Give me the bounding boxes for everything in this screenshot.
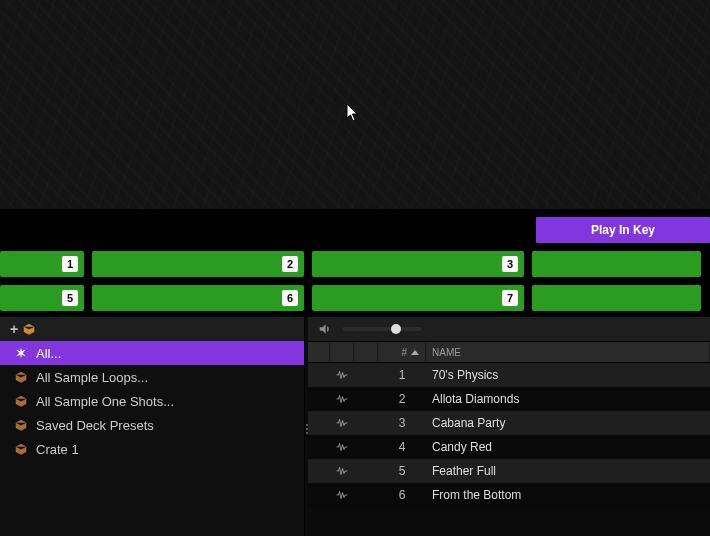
speaker-icon xyxy=(318,322,332,336)
col-blank-2[interactable] xyxy=(354,342,378,362)
pad-row: 567 xyxy=(0,285,710,311)
waveform-icon xyxy=(336,488,348,502)
sample-pad[interactable] xyxy=(532,285,701,311)
sample-pad[interactable]: 7 xyxy=(312,285,524,311)
col-name-label: NAME xyxy=(432,347,461,358)
preview-volume-row xyxy=(308,317,710,341)
cell-index: 2 xyxy=(378,387,426,411)
sample-pad[interactable]: 2 xyxy=(92,251,304,277)
pad-number-badge: 2 xyxy=(282,256,298,272)
cell-blank xyxy=(308,411,330,435)
crate-icon xyxy=(22,322,36,336)
sidebar-toolbar: + xyxy=(0,317,304,341)
pad-grid: 123 567 xyxy=(0,243,710,317)
cell-index: 1 xyxy=(378,363,426,387)
cell-index: 5 xyxy=(378,459,426,483)
col-blank-0[interactable] xyxy=(308,342,330,362)
table-row[interactable]: 3Cabana Party xyxy=(308,411,710,435)
cell-blank xyxy=(308,387,330,411)
cell-wave xyxy=(330,459,354,483)
sample-pad[interactable]: 1 xyxy=(0,251,84,277)
cell-wave xyxy=(330,483,354,507)
tracks-table-body: 170's Physics2Allota Diamonds3Cabana Par… xyxy=(308,363,710,536)
separator xyxy=(0,209,710,217)
waveform-icon xyxy=(336,464,348,478)
table-row[interactable]: 170's Physics xyxy=(308,363,710,387)
cell-blank2 xyxy=(354,435,378,459)
cell-blank xyxy=(308,363,330,387)
crates-list: All...All Sample Loops...All Sample One … xyxy=(0,341,304,536)
sidebar-item[interactable]: All... xyxy=(0,341,304,365)
cell-index: 6 xyxy=(378,483,426,507)
table-row[interactable]: 2Allota Diamonds xyxy=(308,387,710,411)
library-panel: + All...All Sample Loops...All Sample On… xyxy=(0,317,710,536)
crate-icon xyxy=(14,394,28,408)
cell-blank2 xyxy=(354,363,378,387)
cell-name: Cabana Party xyxy=(426,411,710,435)
mouse-cursor xyxy=(346,103,360,123)
pad-row: 123 xyxy=(0,251,710,277)
cell-blank xyxy=(308,435,330,459)
sample-pad[interactable] xyxy=(532,251,701,277)
cell-name: From the Bottom xyxy=(426,483,710,507)
plus-icon: + xyxy=(10,321,18,337)
cell-blank2 xyxy=(354,459,378,483)
crate-icon xyxy=(14,370,28,384)
cell-blank2 xyxy=(354,411,378,435)
asterisk-icon xyxy=(14,346,28,360)
pad-number-badge: 7 xyxy=(502,290,518,306)
pad-number-badge: 6 xyxy=(282,290,298,306)
sample-pad[interactable]: 3 xyxy=(312,251,524,277)
play-in-key-row: Play In Key xyxy=(0,217,710,243)
cell-blank2 xyxy=(354,483,378,507)
preview-volume-slider[interactable] xyxy=(342,327,422,331)
waveform-icon xyxy=(336,368,348,382)
tracks-table-header: # NAME xyxy=(308,341,710,363)
cell-blank xyxy=(308,459,330,483)
cell-wave xyxy=(330,435,354,459)
table-row[interactable]: 5Feather Full xyxy=(308,459,710,483)
svg-marker-0 xyxy=(320,324,326,333)
col-blank-1[interactable] xyxy=(330,342,354,362)
sort-asc-icon xyxy=(411,350,419,355)
cell-wave xyxy=(330,411,354,435)
crate-icon xyxy=(14,418,28,432)
add-crate-button[interactable]: + xyxy=(10,321,36,337)
sidebar-item[interactable]: Crate 1 xyxy=(0,437,304,461)
waveform-icon xyxy=(336,440,348,454)
sidebar-item[interactable]: All Sample One Shots... xyxy=(0,389,304,413)
cell-name: 70's Physics xyxy=(426,363,710,387)
cell-blank2 xyxy=(354,387,378,411)
sample-pad[interactable]: 5 xyxy=(0,285,84,311)
pad-number-badge: 3 xyxy=(502,256,518,272)
pad-number-badge: 1 xyxy=(62,256,78,272)
sample-pad[interactable]: 6 xyxy=(92,285,304,311)
cell-name: Feather Full xyxy=(426,459,710,483)
cell-wave xyxy=(330,363,354,387)
pad-number-badge: 5 xyxy=(62,290,78,306)
tracks-panel: # NAME 170's Physics2Allota Diamonds3Cab… xyxy=(308,317,710,536)
cell-name: Candy Red xyxy=(426,435,710,459)
cell-blank xyxy=(308,483,330,507)
table-row[interactable]: 4Candy Red xyxy=(308,435,710,459)
waveform-icon xyxy=(336,392,348,406)
col-index-label: # xyxy=(401,347,407,358)
crate-icon xyxy=(14,442,28,456)
crates-sidebar: + All...All Sample Loops...All Sample On… xyxy=(0,317,305,536)
sidebar-item[interactable]: All Sample Loops... xyxy=(0,365,304,389)
cell-wave xyxy=(330,387,354,411)
deck-display-area xyxy=(0,0,710,209)
play-in-key-button[interactable]: Play In Key xyxy=(536,217,710,243)
cell-name: Allota Diamonds xyxy=(426,387,710,411)
sidebar-item-label: All Sample One Shots... xyxy=(36,394,174,409)
table-row[interactable]: 6From the Bottom xyxy=(308,483,710,507)
sidebar-item-label: All... xyxy=(36,346,61,361)
waveform-icon xyxy=(336,416,348,430)
col-name[interactable]: NAME xyxy=(426,342,710,362)
sidebar-item-label: Saved Deck Presets xyxy=(36,418,154,433)
cell-index: 4 xyxy=(378,435,426,459)
cell-index: 3 xyxy=(378,411,426,435)
sidebar-item-label: All Sample Loops... xyxy=(36,370,148,385)
col-index[interactable]: # xyxy=(378,342,426,362)
sidebar-item[interactable]: Saved Deck Presets xyxy=(0,413,304,437)
